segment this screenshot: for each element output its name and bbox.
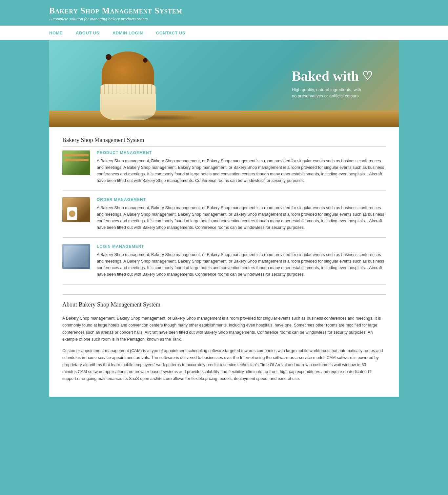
about-title: About Bakery Shop Management System [62,301,386,311]
feature-login-content: LOGIN MANAGEMENT A Bakery Shop managemen… [97,244,386,278]
product-img-graphic [62,150,90,175]
hero-banner: Baked with ♡ High quality, natural ingre… [49,40,399,127]
feature-product-content: PRODUCT MANAGEMENT A Bakery Shop managem… [97,150,386,184]
order-img-graphic [62,197,90,222]
feature-login-text: A Bakery Shop management, Bakery Shop ma… [97,251,386,278]
login-img-graphic [62,244,90,269]
content-box: Bakery Shop Management System PRODUCT MA… [49,127,399,397]
nav-item-admin[interactable]: ADMIN LOGIN [112,30,143,36]
main-wrapper: Baked with ♡ High quality, natural ingre… [0,40,448,406]
section-title: Bakery Shop Management System [62,137,386,147]
navigation: HOME ABOUT US ADMIN LOGIN CONTACT US [0,26,448,40]
about-paragraph-1: A Bakery Shop management, Bakery Shop ma… [62,315,386,343]
feature-login: LOGIN MANAGEMENT A Bakery Shop managemen… [62,244,386,285]
nav-link-home[interactable]: HOME [49,30,63,35]
hero-headline: Baked with ♡ [292,68,373,84]
site-subtitle: A complete solution for managing bakery … [49,16,399,22]
about-section: About Bakery Shop Management System A Ba… [62,294,386,382]
feature-order-image [62,197,90,222]
nav-link-admin[interactable]: ADMIN LOGIN [112,30,143,35]
about-paragraph-2: Customer appointment management (CAM) is… [62,347,386,382]
feature-login-title: LOGIN MANAGEMENT [97,244,386,249]
nav-item-contact[interactable]: CONTACT US [156,30,185,36]
nav-item-home[interactable]: HOME [49,30,63,36]
feature-product-title: PRODUCT MANAGEMENT [97,150,386,155]
muffin-illustration [95,48,161,127]
hero-text: Baked with ♡ High quality, natural ingre… [292,68,373,99]
feature-login-image [62,244,90,269]
site-title: Bakery Shop Management System [49,6,399,16]
site-header: Bakery Shop Management System A complete… [0,0,448,26]
feature-product-text: A Bakery Shop management, Bakery Shop ma… [97,158,386,184]
hero-heart: ♡ [362,69,373,83]
hero-subtext: High quality, natural ingredients, with … [292,86,364,99]
feature-order: ORDER MANAGEMENT A Bakery Shop managemen… [62,197,386,238]
feature-product: PRODUCT MANAGEMENT A Bakery Shop managem… [62,150,386,191]
feature-order-content: ORDER MANAGEMENT A Bakery Shop managemen… [97,197,386,231]
nav-links: HOME ABOUT US ADMIN LOGIN CONTACT US [49,30,185,36]
nav-link-contact[interactable]: CONTACT US [156,30,185,35]
nav-link-about[interactable]: ABOUT US [76,30,99,35]
muffin-shadow [121,114,200,121]
feature-product-image [62,150,90,175]
nav-item-about[interactable]: ABOUT US [76,30,99,36]
feature-order-title: ORDER MANAGEMENT [97,197,386,202]
hero-headline-text: Baked with [292,68,359,84]
feature-order-text: A Bakery Shop management, Bakery Shop ma… [97,205,386,231]
